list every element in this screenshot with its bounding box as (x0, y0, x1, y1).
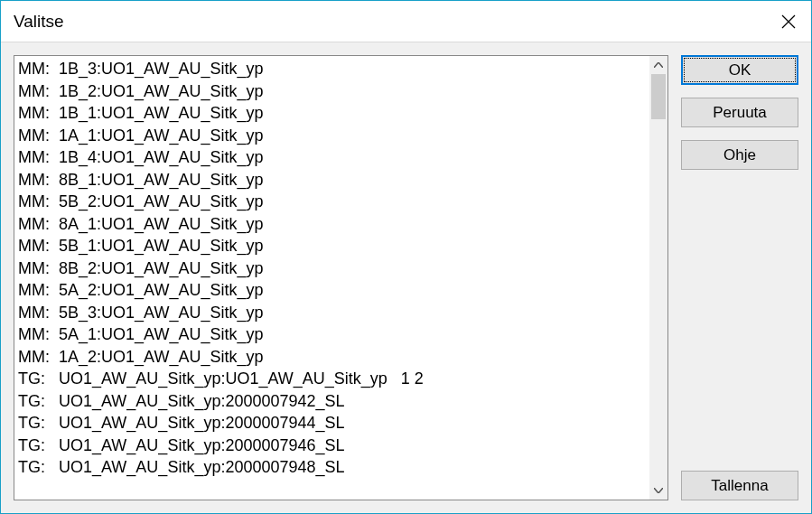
listbox-wrapper: MM: 1B_3:UO1_AW_AU_Sitk_ypMM: 1B_2:UO1_A… (14, 55, 668, 500)
list-item[interactable]: MM: 1B_4:UO1_AW_AU_Sitk_yp (18, 146, 646, 169)
list-item[interactable]: MM: 1B_2:UO1_AW_AU_Sitk_yp (18, 80, 646, 103)
list-item[interactable]: MM: 8A_1:UO1_AW_AU_Sitk_yp (18, 213, 646, 236)
scroll-thumb[interactable] (651, 74, 666, 119)
close-button[interactable] (766, 1, 811, 42)
dialog-content: MM: 1B_3:UO1_AW_AU_Sitk_ypMM: 1B_2:UO1_A… (1, 42, 811, 513)
help-button[interactable]: Ohje (681, 140, 798, 170)
window-title: Valitse (14, 12, 64, 32)
button-column: OK Peruuta Ohje Tallenna (681, 55, 798, 500)
list-item[interactable]: MM: 5B_1:UO1_AW_AU_Sitk_yp (18, 235, 646, 257)
list-item[interactable]: MM: 5A_2:UO1_AW_AU_Sitk_yp (18, 279, 646, 302)
spacer (681, 182, 798, 458)
list-item[interactable]: TG: UO1_AW_AU_Sitk_yp:2000007944_SL (18, 412, 646, 435)
list-item[interactable]: TG: UO1_AW_AU_Sitk_yp:2000007946_SL (18, 435, 646, 457)
close-icon (781, 14, 796, 29)
list-item[interactable]: MM: 8B_2:UO1_AW_AU_Sitk_yp (18, 257, 646, 280)
list-item[interactable]: TG: UO1_AW_AU_Sitk_yp:2000007942_SL (18, 390, 646, 413)
list-item[interactable]: MM: 5A_1:UO1_AW_AU_Sitk_yp (18, 323, 646, 346)
list-item[interactable]: MM: 1A_1:UO1_AW_AU_Sitk_yp (18, 125, 646, 147)
list-item[interactable]: MM: 8B_1:UO1_AW_AU_Sitk_yp (18, 169, 646, 192)
list-item[interactable]: MM: 1B_1:UO1_AW_AU_Sitk_yp (18, 102, 646, 125)
chevron-down-icon (654, 488, 663, 493)
scroll-up-button[interactable] (649, 56, 667, 74)
scroll-track[interactable] (649, 74, 667, 481)
dialog-window: Valitse MM: 1B_3:UO1_AW_AU_Sitk_ypMM: 1B… (0, 0, 812, 514)
listbox[interactable]: MM: 1B_3:UO1_AW_AU_Sitk_ypMM: 1B_2:UO1_A… (14, 56, 649, 500)
ok-button[interactable]: OK (681, 55, 798, 85)
list-item[interactable]: MM: 1A_2:UO1_AW_AU_Sitk_yp (18, 346, 646, 369)
list-item[interactable]: MM: 1B_3:UO1_AW_AU_Sitk_yp (18, 58, 646, 80)
list-item[interactable]: MM: 5B_3:UO1_AW_AU_Sitk_yp (18, 302, 646, 324)
titlebar: Valitse (1, 1, 811, 42)
save-button[interactable]: Tallenna (681, 471, 798, 500)
list-item[interactable]: TG: UO1_AW_AU_Sitk_yp:UO1_AW_AU_Sitk_yp … (18, 368, 646, 390)
list-item[interactable]: MM: 5B_2:UO1_AW_AU_Sitk_yp (18, 191, 646, 213)
cancel-button[interactable]: Peruuta (681, 98, 798, 127)
scrollbar[interactable] (649, 56, 667, 500)
chevron-up-icon (654, 62, 663, 68)
scroll-down-button[interactable] (649, 481, 667, 500)
list-item[interactable]: TG: UO1_AW_AU_Sitk_yp:2000007948_SL (18, 456, 646, 479)
